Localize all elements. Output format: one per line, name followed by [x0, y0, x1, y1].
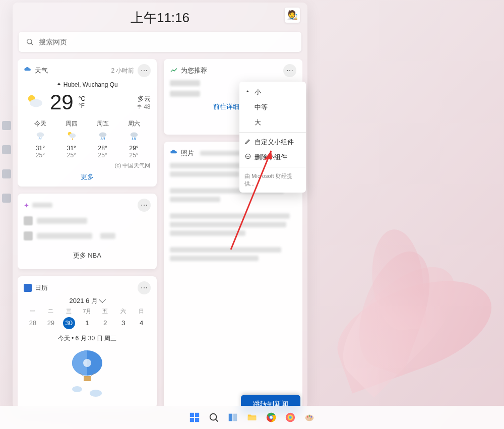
clock: 上午11:16	[131, 9, 190, 27]
forecast-row: 今天 31° 25° 周四 31° 25° 周五 28°	[25, 119, 150, 159]
ctx-remove[interactable]: 删除小组件	[239, 150, 306, 165]
ctx-size-large[interactable]: 大	[239, 115, 306, 130]
svg-rect-30	[190, 418, 194, 422]
svg-point-44	[307, 416, 308, 418]
sports-more-link[interactable]: 更多 NBA	[24, 251, 151, 260]
svg-rect-34	[229, 414, 232, 421]
svg-rect-31	[195, 418, 199, 422]
paint-icon[interactable]	[302, 410, 317, 424]
forecast-day[interactable]: 周六 29° 25°	[118, 119, 150, 159]
svg-rect-28	[190, 413, 194, 417]
svg-point-47	[310, 418, 311, 419]
svg-point-18	[83, 359, 91, 367]
weather-title: 天气	[35, 66, 48, 75]
user-avatar[interactable]: 🧑‍🎨	[285, 8, 300, 23]
pencil-icon	[244, 138, 251, 146]
browser-icon[interactable]	[283, 410, 297, 424]
task-view[interactable]	[226, 410, 240, 424]
widget-context-menu: 小 中等 大 自定义小组件 删除小组件 由 Microsoft 财经提供...	[239, 82, 306, 193]
forecast-day[interactable]: 周四 31° 25°	[56, 119, 87, 159]
svg-point-46	[310, 416, 312, 418]
svg-line-17	[135, 138, 136, 140]
weather-more-link[interactable]: 更多	[24, 172, 151, 181]
svg-point-32	[210, 414, 217, 420]
desktop-icons	[0, 121, 11, 203]
calendar-icon	[24, 284, 32, 292]
ctx-size-small[interactable]: 小	[239, 85, 306, 100]
file-explorer[interactable]	[245, 410, 259, 424]
chrome-icon[interactable]	[264, 410, 278, 424]
ctx-customize[interactable]: 自定义小组件	[239, 135, 306, 150]
svg-rect-35	[233, 414, 237, 421]
svg-point-10	[99, 133, 106, 137]
svg-line-16	[134, 138, 135, 140]
calendar-title: 日历	[35, 283, 48, 292]
svg-point-45	[309, 415, 310, 417]
forecast-day[interactable]: 今天 31° 25°	[25, 119, 56, 159]
svg-line-33	[216, 419, 218, 421]
dewpoint: ☂ 48	[137, 103, 151, 110]
calendar-today-text: 今天 • 6 月 30 日 周三	[24, 334, 151, 343]
finance-more-button[interactable]: ⋯	[283, 64, 296, 77]
calendar-more-button[interactable]: ⋯	[138, 281, 151, 294]
weather-location: Hubei, Wuchang Qu	[56, 81, 118, 88]
calendar-dow: 一二三7月五六日	[24, 308, 151, 315]
remove-icon	[244, 153, 251, 161]
svg-rect-19	[84, 376, 91, 381]
forecast-day[interactable]: 周五 28° 25°	[87, 119, 118, 159]
sports-widget[interactable]: ✦ ⋯ 更多 NBA	[18, 194, 157, 269]
svg-rect-29	[195, 413, 199, 417]
svg-point-8	[69, 133, 76, 138]
sports-icon: ✦	[24, 202, 29, 209]
svg-point-14	[130, 133, 138, 137]
svg-line-6	[41, 138, 41, 140]
svg-point-39	[270, 416, 273, 419]
calendar-month[interactable]: 2021 6 月	[24, 296, 151, 305]
svg-point-4	[37, 133, 44, 137]
ctx-size-medium[interactable]: 中等	[239, 100, 306, 115]
temperature: 29	[50, 90, 74, 114]
calendar-widget[interactable]: 日历 ⋯ 2021 6 月 一二三7月五六日 28 29 30 1 2 3 4	[18, 276, 157, 408]
svg-point-22	[72, 386, 82, 392]
svg-line-12	[103, 138, 103, 140]
widgets-panel: 上午11:16 🧑‍🎨 天气 2 小时前 ⋯	[13, 3, 307, 408]
taskbar	[0, 406, 504, 429]
svg-line-5	[39, 138, 39, 140]
search-icon	[26, 38, 34, 46]
finance-title: 为您推荐	[181, 66, 207, 75]
stocks-icon	[170, 66, 178, 76]
temp-units[interactable]: °C °F	[79, 95, 85, 110]
svg-point-0	[27, 39, 32, 44]
svg-line-1	[31, 43, 33, 45]
svg-line-13	[104, 138, 104, 140]
svg-rect-36	[248, 416, 257, 420]
svg-point-42	[289, 416, 292, 419]
svg-point-23	[90, 390, 102, 397]
weather-attribution: (c) 中国天气网	[24, 162, 151, 169]
chevron-down-icon	[99, 296, 106, 303]
search-input[interactable]	[39, 38, 294, 46]
weather-timestamp: 2 小时前	[111, 67, 134, 75]
calendar-days[interactable]: 28 29 30 1 2 3 4	[24, 317, 151, 329]
weather-widget[interactable]: 天气 2 小时前 ⋯ Hubei, Wuchang Qu 29	[18, 59, 157, 187]
start-button[interactable]	[187, 410, 202, 424]
weather-icon	[24, 66, 32, 76]
condition: 多云	[137, 94, 151, 103]
partly-cloudy-icon	[24, 91, 45, 114]
weather-more-button[interactable]: ⋯	[138, 64, 151, 77]
ctx-footer: 由 Microsoft 财经提供...	[239, 169, 306, 190]
balloon-illustration	[65, 348, 110, 398]
svg-line-15	[132, 138, 133, 140]
photos-title: 照片	[181, 149, 194, 158]
photos-icon	[170, 149, 178, 158]
svg-line-11	[101, 138, 101, 140]
sports-more-button[interactable]: ⋯	[138, 199, 151, 212]
svg-point-3	[30, 99, 42, 107]
search-box[interactable]	[19, 32, 301, 52]
taskbar-search[interactable]	[207, 410, 221, 424]
